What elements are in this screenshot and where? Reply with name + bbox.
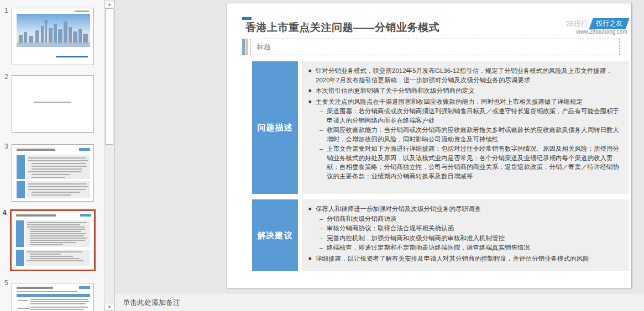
bullet-item: ■主要关注点的风险点在于渠道囤塞和收回应收账款的能力，同时也对上市相关披露做了详…: [308, 97, 622, 107]
notes-pane[interactable]: 单击此处添加备注: [115, 293, 644, 311]
placeholder-text: 标题: [251, 39, 619, 55]
slide-number-1: 1: [4, 7, 8, 14]
sub-bullet-item: –上市文件需要对如下方面进行详细披露：包括对过往非经常销售数字的情况、原因及相关…: [320, 144, 622, 181]
dash-marker-icon: –: [320, 107, 327, 125]
bullet-marker-icon: ■: [308, 204, 316, 214]
slide-thumbnail-4-selected[interactable]: [10, 209, 96, 271]
title-placeholder[interactable]: 标题: [250, 39, 620, 55]
placeholder-accent-tan: [245, 39, 248, 55]
slide-number-2: 2: [4, 73, 8, 81]
sub-bullet-item: –渠道囤塞：若分销商或或次分销商须达到强制销售目标及／或遵守特长退货期政策，产品…: [320, 107, 622, 125]
scrollbar-thumb[interactable]: [105, 8, 113, 145]
dash-marker-icon: –: [320, 234, 327, 243]
mini-logo-bar: [75, 10, 89, 12]
slide-thumbnail-panel: 1: [0, 0, 104, 311]
dash-marker-icon: –: [320, 214, 327, 224]
presentation-editor: 1: [0, 0, 644, 311]
dash-marker-icon: –: [320, 144, 327, 181]
placeholder-accent-blue: [242, 39, 245, 55]
section-content[interactable]: ■保荐人和律师进一步加强对分销及次级分销业务的尽职调查–分销商和次级分销商访谈–…: [302, 199, 629, 271]
slide-canvas: 香港上市重点关注问题——分销业务模式 28投行 投行之友 www.28touha…: [115, 0, 644, 293]
scroll-up-icon: ▲: [108, 2, 112, 6]
section-label[interactable]: 问题描述: [252, 61, 298, 194]
slide-thumbnail-1[interactable]: [12, 8, 94, 65]
city-skyline-image: [17, 14, 90, 47]
bullet-marker-icon: ■: [308, 97, 316, 107]
current-slide[interactable]: 香港上市重点关注问题——分销业务模式 28投行 投行之友 www.28touha…: [227, 3, 632, 288]
dash-marker-icon: –: [320, 224, 327, 233]
brand-logo: 28投行 投行之友: [566, 18, 627, 29]
bullet-item: ■详细披露，以让投资者了解有关安排及申请人对其分销商的控制程度，并评估分销业务模…: [308, 254, 622, 263]
bullet-marker-icon: ■: [308, 66, 316, 85]
sub-bullet-item: –审核分销商协议；取得合法合规等相关确认函: [320, 224, 622, 233]
slide-thumbnail-3[interactable]: [12, 144, 94, 202]
slide-thumbnail-2[interactable]: [12, 75, 94, 133]
section-content[interactable]: ■针对分销业务模式，联交所2012年5月发布GL36-12指引信，规定了分销业务…: [302, 61, 629, 194]
sub-bullet-item: –收回应收账款能力：当分销商或次分销商的应收账款若拖欠多时或账龄长的应收账款及债…: [320, 125, 622, 144]
slide-title[interactable]: 香港上市重点关注问题——分销业务模式: [245, 20, 439, 35]
slide-number-5: 5: [4, 279, 8, 287]
slide-number-3: 3: [4, 143, 8, 150]
mini-subtitle-line: [56, 56, 88, 57]
slide-thumbnail-5[interactable]: [12, 283, 94, 311]
sub-bullet-item: –终端核查，即通过定期和不定期地走访终端医院，调查终端真实销售情况: [320, 243, 622, 252]
bullet-item: ■针对分销业务模式，联交所2012年5月发布GL36-12指引信，规定了分销业务…: [308, 66, 622, 85]
brand-badge: 投行之友: [589, 18, 629, 29]
bullet-item: ■保荐人和律师进一步加强对分销及次级分销业务的尽职调查: [308, 204, 622, 214]
notes-placeholder: 单击此处添加备注: [123, 298, 180, 308]
sub-bullet-item: –分销商和次级分销商访谈: [320, 214, 622, 224]
brand-url: www.28touhang.com: [576, 29, 627, 35]
section-solution-suggestions: 解决建议 ■保荐人和律师进一步加强对分销及次级分销业务的尽职调查–分销商和次级分…: [252, 199, 629, 271]
sub-bullet-item: –完善内控机制，加强分销商和次级分销商的审核和准入机制管控: [320, 234, 622, 243]
slide-number-4: 4: [3, 209, 7, 217]
section-problem-description: 问题描述 ■针对分销业务模式，联交所2012年5月发布GL36-12指引信，规定…: [252, 61, 629, 194]
bullet-item: ■本次指引信的更新明确了关于分销商和次级分销商的定义: [308, 86, 622, 96]
bullet-marker-icon: ■: [308, 86, 316, 96]
title-accent-dash: [242, 17, 252, 20]
dash-marker-icon: –: [320, 243, 327, 252]
dash-marker-icon: –: [320, 125, 327, 144]
brand-name: 28投行: [566, 19, 588, 29]
thumbnail-scrollbar[interactable]: ▲ ▼: [104, 0, 114, 311]
scroll-down-icon: ▼: [108, 305, 112, 309]
scroll-up-button[interactable]: ▲: [104, 0, 114, 8]
bullet-marker-icon: ■: [308, 254, 316, 263]
section-label[interactable]: 解决建议: [252, 199, 298, 271]
scroll-down-button[interactable]: ▼: [104, 303, 114, 311]
